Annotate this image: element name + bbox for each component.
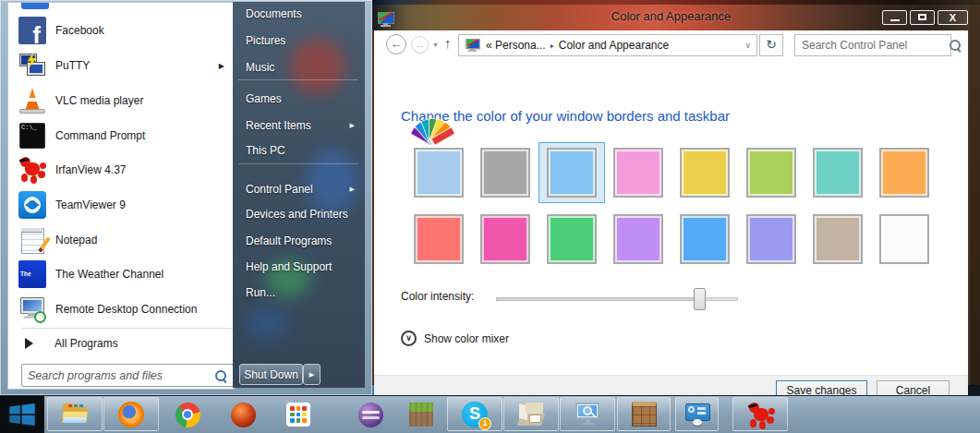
start-menu-item-command-prompt[interactable]: C:\_ Command Prompt: [12, 119, 230, 152]
up-button[interactable]: ↑: [444, 35, 452, 51]
swatch-yellow[interactable]: [680, 148, 730, 198]
taskbar-file-explorer[interactable]: [47, 397, 103, 431]
start-menu-item-control-panel[interactable]: Control Panel▶: [235, 178, 364, 200]
screen-magnifier-icon: [575, 402, 600, 427]
taskbar-pale-moon[interactable]: [229, 401, 257, 428]
color-intensity-slider-handle[interactable]: [694, 288, 706, 310]
shut-down-button[interactable]: Shut Down: [239, 364, 303, 385]
taskbar-crafting-table[interactable]: [617, 397, 671, 431]
maximize-button[interactable]: [910, 10, 935, 25]
start-menu-item-remote-desktop[interactable]: Remote Desktop Connection: [12, 293, 230, 326]
color-intensity-slider-fill: [496, 297, 699, 301]
swatch-periwinkle[interactable]: [746, 214, 796, 264]
show-color-mixer-toggle[interactable]: ∨ Show color mixer: [401, 331, 509, 346]
start-menu-item-recent-items[interactable]: Recent Items▶: [235, 114, 364, 137]
swatch-orange[interactable]: [879, 148, 929, 198]
swatch-blue[interactable]: [680, 214, 730, 264]
start-menu-item-facebook[interactable]: f Facebook: [12, 14, 230, 47]
facebook-icon: f: [18, 16, 47, 45]
start-menu-item-games[interactable]: Games: [235, 88, 364, 110]
swatch-lavender[interactable]: [613, 214, 663, 264]
swatch-sky-blue-selected[interactable]: [547, 148, 597, 198]
start-menu-item-vlc[interactable]: VLC media player: [12, 84, 230, 117]
swatch-automatic[interactable]: [414, 148, 464, 198]
divider: [238, 163, 358, 164]
swatch-green[interactable]: [547, 214, 597, 264]
partial-app-icon[interactable]: [21, 3, 49, 9]
start-menu-item-teamviewer[interactable]: TeamViewer 9: [12, 188, 230, 222]
shut-down-label: Shut Down: [244, 368, 298, 381]
eclipse-icon: [358, 403, 383, 427]
swatch-gray[interactable]: [480, 148, 530, 198]
start-menu-search-box[interactable]: [21, 364, 234, 387]
swatch-taupe[interactable]: [813, 214, 863, 264]
shut-down-options-arrow[interactable]: ▶: [303, 364, 321, 385]
breadcrumb-parent[interactable]: « Persona...: [486, 39, 546, 52]
forward-button[interactable]: →: [411, 36, 429, 54]
taskbar-app-grid[interactable]: [284, 401, 312, 428]
minimize-button[interactable]: [882, 10, 907, 25]
submenu-arrow-icon: ▶: [350, 186, 355, 193]
start-menu-item-help-support[interactable]: Help and Support: [235, 256, 364, 278]
recent-pages-dropdown[interactable]: ▼: [432, 42, 439, 48]
taskbar-minecraft[interactable]: [407, 401, 435, 428]
start-menu-item-default-programs[interactable]: Default Programs: [235, 230, 364, 252]
refresh-button[interactable]: ↻: [759, 34, 783, 56]
start-menu-item-weather-channel[interactable]: The Weather Channel The Weather Channel: [12, 258, 230, 291]
menu-item-label: Help and Support: [246, 260, 332, 273]
all-programs-arrow-icon: [25, 338, 33, 349]
control-panel-search-box[interactable]: [794, 34, 951, 56]
start-menu-item-label: Remote Desktop Connection: [55, 303, 197, 316]
notepad-icon: [18, 225, 47, 255]
start-menu-item-documents[interactable]: Documents: [235, 3, 364, 25]
start-menu-item-pictures[interactable]: Pictures: [235, 30, 364, 52]
swatch-coral-red[interactable]: [414, 214, 464, 264]
swatch-white[interactable]: [879, 214, 929, 264]
color-and-appearance-window: Color and Appearance X ← → ▼ ↑ « Persona…: [372, 5, 970, 385]
start-menu-item-irfanview[interactable]: IrfanView 4.37: [12, 153, 230, 186]
taskbar-sweet-home-3d[interactable]: [503, 397, 559, 431]
file-explorer-icon: [61, 401, 89, 428]
show-color-mixer-label: Show color mixer: [424, 332, 509, 345]
all-programs-item[interactable]: All Programs: [12, 331, 230, 355]
putty-icon: [18, 51, 47, 80]
back-arrow-icon: ←: [391, 37, 403, 51]
control-panel-search-input[interactable]: [795, 39, 949, 52]
start-menu-item-run[interactable]: Run...: [235, 282, 364, 304]
start-menu-item-music[interactable]: Music: [235, 56, 364, 78]
wallpaper-blur-blob: [247, 307, 288, 339]
back-button[interactable]: ←: [386, 34, 406, 54]
taskbar-skype[interactable]: S 1: [447, 397, 502, 431]
skype-notification-badge: 1: [478, 417, 491, 430]
address-bar[interactable]: « Persona... ▸ Color and Appearance ∨: [458, 34, 757, 56]
skype-icon: S 1: [462, 402, 488, 427]
windows-logo-icon: [9, 403, 35, 426]
breadcrumb-current[interactable]: Color and Appearance: [559, 39, 669, 52]
close-button[interactable]: X: [938, 10, 968, 25]
close-icon: X: [938, 12, 967, 23]
swatch-lime-green[interactable]: [746, 148, 796, 198]
start-menu-search-input[interactable]: [22, 369, 214, 382]
weather-channel-icon: The Weather Channel: [18, 259, 47, 289]
taskbar-irfanview[interactable]: [732, 397, 788, 431]
start-menu-item-this-pc[interactable]: This PC: [235, 139, 364, 162]
menu-item-label: Recent Items: [246, 119, 311, 132]
divider: [238, 79, 358, 80]
swatch-pink[interactable]: [613, 148, 663, 198]
address-dropdown-icon[interactable]: ∨: [744, 41, 751, 50]
window-titlebar[interactable]: Color and Appearance X: [372, 5, 970, 30]
menu-item-label: Pictures: [246, 34, 285, 47]
taskbar-screen-magnifier[interactable]: [560, 397, 615, 431]
start-button[interactable]: [0, 396, 44, 433]
start-menu-item-putty[interactable]: PuTTY ▶: [12, 49, 230, 82]
start-menu-item-notepad[interactable]: Notepad: [12, 223, 230, 257]
start-menu-item-devices-printers[interactable]: Devices and Printers: [235, 203, 364, 225]
taskbar-display-settings[interactable]: [675, 397, 719, 431]
start-menu-item-label: PuTTY: [55, 59, 90, 72]
swatch-teal[interactable]: [813, 148, 863, 198]
menu-item-label: Games: [246, 92, 282, 105]
swatch-hot-pink[interactable]: [480, 214, 530, 264]
taskbar-eclipse[interactable]: [357, 401, 384, 428]
taskbar-chrome[interactable]: [174, 401, 201, 428]
taskbar-firefox[interactable]: [103, 397, 159, 431]
